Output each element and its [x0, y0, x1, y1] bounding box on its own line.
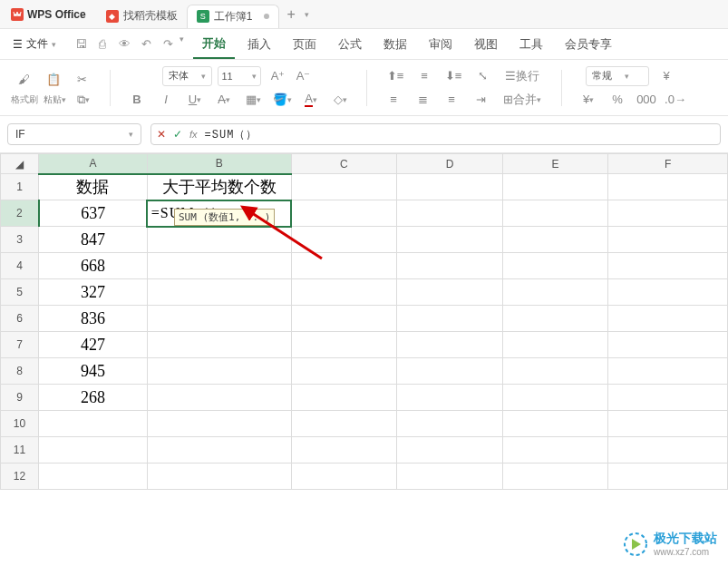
cell-B3[interactable]	[147, 227, 291, 253]
cell-C8[interactable]	[291, 358, 397, 385]
cell-E1[interactable]	[502, 174, 608, 200]
spreadsheet-grid[interactable]: ◢ A B C D E F 1数据大于平均数个数2637=SUM（）384746…	[0, 153, 728, 498]
align-center-icon[interactable]: ≣	[411, 89, 434, 111]
cell-E10[interactable]	[502, 411, 608, 437]
cell-B5[interactable]	[147, 279, 291, 306]
cell-D1[interactable]	[397, 174, 503, 200]
col-header-F[interactable]: F	[608, 154, 728, 174]
menu-formula[interactable]: 公式	[329, 31, 371, 58]
cell-F7[interactable]	[608, 332, 728, 358]
row-header-5[interactable]: 5	[1, 279, 39, 306]
cell-E7[interactable]	[502, 332, 608, 358]
cell-C5[interactable]	[291, 279, 397, 306]
row-header-8[interactable]: 8	[1, 358, 39, 385]
cell-D10[interactable]	[397, 411, 503, 437]
row-header-10[interactable]: 10	[1, 411, 39, 437]
cut-icon[interactable]: ✂	[71, 69, 94, 91]
cell-A7[interactable]: 427	[39, 332, 148, 358]
fx-icon[interactable]: fx	[189, 129, 198, 140]
increase-font-icon[interactable]: A⁺	[267, 65, 290, 87]
row-header-7[interactable]: 7	[1, 332, 39, 358]
cell-C11[interactable]	[291, 437, 397, 464]
paste-label[interactable]: 粘贴▾	[44, 93, 66, 106]
cell-B9[interactable]	[147, 385, 291, 411]
cell-D3[interactable]	[397, 227, 503, 253]
cell-F12[interactable]	[608, 464, 728, 490]
cell-D9[interactable]	[397, 385, 503, 411]
decrease-font-icon[interactable]: A⁻	[292, 65, 315, 87]
cell-C10[interactable]	[291, 411, 397, 437]
cell-F9[interactable]	[608, 385, 728, 411]
col-header-B[interactable]: B	[147, 154, 291, 174]
save-icon[interactable]: 🖫	[71, 34, 91, 54]
menu-page[interactable]: 页面	[284, 31, 325, 58]
italic-button[interactable]: I	[154, 89, 178, 111]
bold-button[interactable]: B	[125, 89, 149, 111]
cell-B6[interactable]	[147, 306, 291, 332]
cell-C1[interactable]	[291, 174, 397, 200]
cell-B7[interactable]	[147, 332, 291, 358]
menu-start[interactable]: 开始	[193, 30, 235, 59]
merge-button[interactable]: ⊞ 合并▾	[498, 89, 547, 111]
function-tooltip[interactable]: SUM (数值1, ...)	[174, 209, 275, 226]
print-icon[interactable]: ⎙	[92, 34, 112, 54]
cell-E4[interactable]	[502, 253, 608, 279]
cell-A4[interactable]: 668	[39, 253, 148, 279]
cell-E9[interactable]	[502, 385, 608, 411]
cell-D4[interactable]	[397, 253, 503, 279]
col-header-A[interactable]: A	[39, 154, 148, 174]
align-right-icon[interactable]: ≡	[440, 89, 463, 111]
undo-icon[interactable]: ↶	[136, 34, 156, 54]
paste-icon[interactable]: 📋	[42, 69, 65, 91]
redo-icon[interactable]: ↷	[158, 34, 178, 54]
cell-B12[interactable]	[147, 464, 291, 490]
cell-A6[interactable]: 836	[39, 306, 148, 332]
align-top-icon[interactable]: ⬆≡	[383, 65, 407, 87]
cell-F3[interactable]	[608, 227, 728, 253]
cell-F11[interactable]	[608, 437, 728, 464]
dec-inc-button[interactable]: .0→	[664, 89, 687, 111]
border-button[interactable]: ▦▾	[241, 89, 265, 111]
cell-B1[interactable]: 大于平均数个数	[147, 174, 291, 200]
file-menu-button[interactable]: ☰ 文件 ▾	[7, 33, 62, 55]
cell-D7[interactable]	[397, 332, 503, 358]
font-size-select[interactable]: 11▾	[218, 66, 261, 86]
comma-button[interactable]: 000	[635, 89, 658, 111]
format-brush-icon[interactable]: 🖌	[13, 69, 36, 91]
cell-D12[interactable]	[397, 464, 503, 490]
tab-workbook[interactable]: S 工作簿1	[187, 5, 280, 28]
cell-F1[interactable]	[608, 174, 728, 200]
align-bottom-icon[interactable]: ⬇≡	[442, 65, 465, 87]
fill-color-button[interactable]: 🪣▾	[270, 89, 294, 111]
cell-C12[interactable]	[291, 464, 397, 490]
cell-A2[interactable]: 637	[39, 200, 148, 227]
indent-icon[interactable]: ⇥	[469, 89, 492, 111]
cancel-icon[interactable]: ✕	[157, 128, 166, 141]
number-format-select[interactable]: 常规▾	[586, 66, 649, 86]
cell-B11[interactable]	[147, 437, 291, 464]
row-header-3[interactable]: 3	[1, 227, 39, 253]
cell-E5[interactable]	[502, 279, 608, 306]
col-header-E[interactable]: E	[502, 154, 608, 174]
percent-button[interactable]: %	[606, 89, 629, 111]
cell-F2[interactable]	[608, 200, 728, 227]
cell-E6[interactable]	[502, 306, 608, 332]
row-header-11[interactable]: 11	[1, 437, 39, 464]
cell-B4[interactable]	[147, 253, 291, 279]
row-header-9[interactable]: 9	[1, 385, 39, 411]
cell-A3[interactable]: 847	[39, 227, 148, 253]
copy-icon[interactable]: ⧉▾	[72, 93, 95, 107]
cell-C4[interactable]	[291, 253, 397, 279]
align-middle-icon[interactable]: ≡	[413, 65, 436, 87]
cell-C2[interactable]	[291, 200, 397, 227]
cell-F4[interactable]	[608, 253, 728, 279]
cell-C9[interactable]	[291, 385, 397, 411]
add-tab-button[interactable]: +	[279, 6, 302, 23]
underline-button[interactable]: U▾	[183, 89, 207, 111]
menu-data[interactable]: 数据	[374, 31, 416, 58]
row-header-4[interactable]: 4	[1, 253, 39, 279]
orientation-icon[interactable]: ⤡	[471, 65, 494, 87]
cell-D11[interactable]	[397, 437, 503, 464]
currency-button[interactable]: ¥	[655, 65, 678, 87]
font-name-select[interactable]: 宋体▾	[162, 66, 212, 86]
